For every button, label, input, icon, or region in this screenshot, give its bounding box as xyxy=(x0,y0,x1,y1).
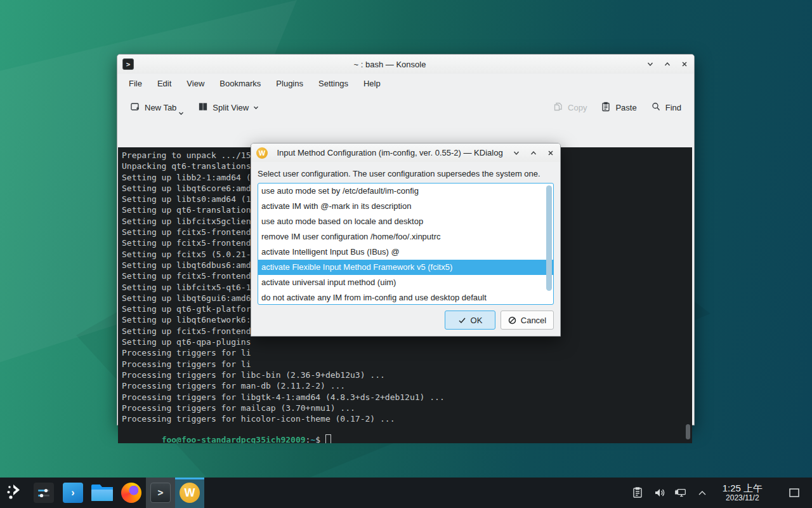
terminal-scrollbar[interactable] xyxy=(686,424,690,439)
configuration-list-item[interactable]: activate IM with @-mark in its descripti… xyxy=(258,199,553,214)
konsole-task-icon: > xyxy=(150,483,171,503)
clock-date: 2023/11/2 xyxy=(723,494,763,503)
terminal-line: Processing triggers for man-db (2.11.2-2… xyxy=(122,381,692,392)
firefox-icon xyxy=(121,483,141,503)
list-scrollbar[interactable] xyxy=(546,185,552,291)
close-icon[interactable] xyxy=(680,60,689,69)
copy-icon xyxy=(553,102,563,114)
dialog-button-row: OK Cancel xyxy=(251,305,560,335)
digital-clock[interactable]: 1:25 上午 2023/11/2 xyxy=(723,483,763,502)
tray-expander-icon[interactable] xyxy=(696,486,709,499)
maximize-icon[interactable] xyxy=(529,149,538,157)
dialog-titlebar[interactable]: W Input Method Configuration (im-config,… xyxy=(251,144,560,162)
menu-item[interactable]: File xyxy=(122,76,148,91)
configuration-list-item[interactable]: use auto mode set by /etc/default/im-con… xyxy=(258,184,553,199)
terminal-line: Processing triggers for li xyxy=(122,359,692,370)
paste-icon xyxy=(601,102,611,114)
kdialog-task-button[interactable]: W xyxy=(175,478,204,508)
taskbar: › > W 1:25 上午 xyxy=(0,478,812,508)
copy-button: Copy xyxy=(548,98,592,117)
kdialog-task-icon: W xyxy=(180,483,200,503)
cancel-button[interactable]: Cancel xyxy=(501,311,554,330)
minimize-icon[interactable] xyxy=(512,149,521,157)
volume-tray-icon[interactable] xyxy=(653,486,665,499)
cancel-label: Cancel xyxy=(521,316,546,325)
konsole-task-button[interactable]: > xyxy=(146,478,175,508)
menu-item[interactable]: Edit xyxy=(151,76,178,91)
terminal-line: Processing triggers for hicolor-icon-the… xyxy=(122,414,692,425)
dialog-title: Input Method Configuration (im-config, v… xyxy=(268,148,512,157)
file-manager-button[interactable] xyxy=(88,478,117,508)
system-settings-icon xyxy=(34,483,54,503)
configuration-list-item[interactable]: activate Flexible Input Method Framework… xyxy=(258,260,553,275)
new-tab-button[interactable]: New Tab xyxy=(125,98,189,117)
split-view-button[interactable]: Split View xyxy=(193,98,264,117)
input-method-dialog: W Input Method Configuration (im-config,… xyxy=(251,143,561,337)
configuration-list-item[interactable]: activate universal input method (uim) xyxy=(258,275,553,290)
configuration-list-item[interactable]: do not activate any IM from im-config an… xyxy=(258,290,553,305)
split-view-label: Split View xyxy=(213,103,249,112)
menu-item[interactable]: Bookmarks xyxy=(213,76,267,91)
configuration-list-item[interactable]: activate Intelligent Input Bus (IBus) @ xyxy=(258,244,553,260)
menu-item[interactable]: Settings xyxy=(312,76,355,91)
kdialog-app-icon: W xyxy=(256,147,268,159)
configuration-list-item[interactable]: use auto mode based on locale and deskto… xyxy=(258,214,553,229)
terminal-line: Processing triggers for li xyxy=(122,348,692,359)
close-icon[interactable] xyxy=(546,149,555,157)
konsole-app-icon: > xyxy=(122,58,134,70)
app-launcher-button[interactable] xyxy=(0,478,29,508)
clipboard-tray-icon[interactable] xyxy=(631,486,644,499)
ok-button[interactable]: OK xyxy=(445,311,495,330)
ok-label: OK xyxy=(471,316,483,325)
cancel-icon xyxy=(508,316,516,324)
find-label: Find xyxy=(665,103,681,112)
new-tab-label: New Tab xyxy=(145,103,176,112)
terminal-line: Setting up qt6-qpa-plugins xyxy=(122,337,692,348)
copy-label: Copy xyxy=(568,103,587,112)
new-tab-icon xyxy=(130,102,140,114)
show-desktop-button[interactable] xyxy=(788,487,801,498)
system-settings-button[interactable] xyxy=(29,478,58,508)
konsole-window-title: ~ : bash — Konsole xyxy=(134,60,646,69)
terminal-line: Processing triggers for libc-bin (2.36-9… xyxy=(122,370,692,381)
konsole-toolbar: New Tab Split View Copy Paste Find xyxy=(117,93,694,121)
desktop-background: > ~ : bash — Konsole FileEditViewBookmar… xyxy=(0,0,812,508)
terminal-prompt-line: foo@foo-standardpcq35ich92009:~$ xyxy=(122,425,692,436)
discover-icon: › xyxy=(63,483,83,503)
configuration-list: use auto mode set by /etc/default/im-con… xyxy=(258,183,554,305)
minimize-icon[interactable] xyxy=(646,60,655,69)
menu-item[interactable]: View xyxy=(180,76,211,91)
konsole-menubar: FileEditViewBookmarksPluginsSettingsHelp xyxy=(117,74,694,93)
system-tray: 1:25 上午 2023/11/2 xyxy=(631,478,812,508)
find-button[interactable]: Find xyxy=(646,98,686,117)
configuration-list-item[interactable]: remove IM user configuration /home/foo/.… xyxy=(258,229,553,244)
terminal-line: Processing triggers for mailcap (3.70+nm… xyxy=(122,403,692,414)
menu-item[interactable]: Help xyxy=(357,76,387,91)
terminal-cursor xyxy=(325,434,331,443)
paste-label: Paste xyxy=(615,103,636,112)
firefox-button[interactable] xyxy=(117,478,146,508)
find-icon xyxy=(651,102,661,114)
prompt-user-host: foo@foo-standardpcq35ich92009 xyxy=(162,435,306,443)
clock-time: 1:25 上午 xyxy=(723,483,763,493)
show-desktop-icon xyxy=(788,487,801,498)
new-tab-dropdown-icon xyxy=(178,109,184,113)
folder-icon xyxy=(91,485,113,501)
prompt-symbol: $ xyxy=(315,435,320,443)
split-view-icon xyxy=(198,102,208,114)
terminal-line: Processing triggers for libgtk-4-1:amd64… xyxy=(122,392,692,403)
konsole-titlebar[interactable]: > ~ : bash — Konsole xyxy=(117,55,694,74)
paste-button[interactable]: Paste xyxy=(596,98,641,117)
kde-launcher-icon xyxy=(5,482,24,504)
network-tray-icon[interactable] xyxy=(674,486,687,499)
maximize-icon[interactable] xyxy=(663,60,672,69)
check-icon xyxy=(458,316,466,324)
menu-item[interactable]: Plugins xyxy=(270,76,310,91)
split-view-dropdown-icon xyxy=(253,103,259,112)
dialog-instruction: Select user configuration. The user conf… xyxy=(251,162,560,183)
discover-button[interactable]: › xyxy=(58,478,88,508)
